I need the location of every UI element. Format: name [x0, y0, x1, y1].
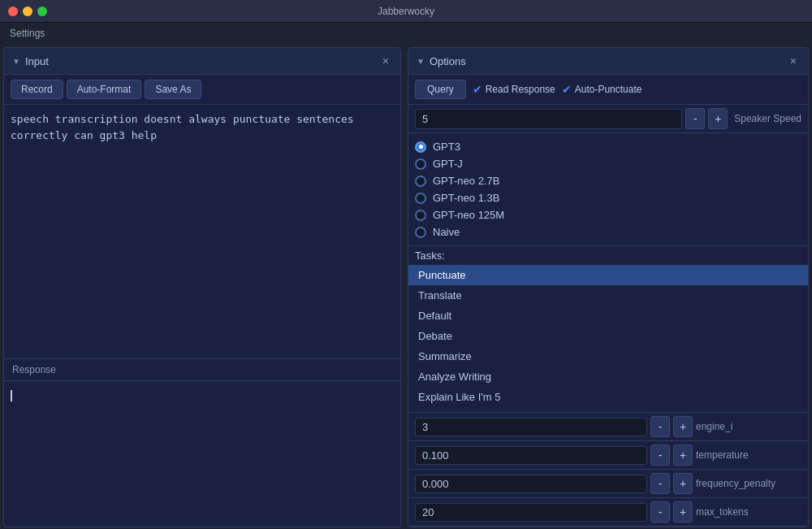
param-increment-3[interactable]: + — [673, 501, 693, 522]
speed-decrement-button[interactable]: - — [685, 108, 705, 129]
task-item-6[interactable]: Explain Like I'm 5 — [408, 387, 808, 407]
input-collapse-icon[interactable]: ▼ — [12, 57, 20, 66]
cursor — [11, 390, 12, 401]
options-panel-title: ▼ Options — [417, 55, 466, 67]
model-radio-circle-5 — [415, 227, 426, 238]
input-text-area-section: speech transcription doesnt always punct… — [4, 105, 400, 358]
model-radio-label-1: GPT-J — [433, 158, 463, 170]
model-radio-item-4[interactable]: GPT-neo 125M — [415, 206, 801, 223]
model-radio-item-2[interactable]: GPT-neo 2.7B — [415, 172, 801, 189]
param-label-2: frequency_penalty — [696, 478, 801, 489]
auto-punctuate-label: Auto-Punctuate — [575, 84, 642, 95]
model-radio-group: GPT3GPT-JGPT-neo 2.7BGPT-neo 1.3BGPT-neo… — [408, 133, 808, 246]
model-radio-label-3: GPT-neo 1.3B — [433, 192, 499, 204]
model-radio-circle-0 — [415, 141, 426, 153]
input-toolbar: Record Auto-Format Save As — [4, 75, 400, 105]
settings-label: Settings — [0, 23, 812, 44]
param-increment-1[interactable]: + — [673, 444, 693, 466]
model-radio-circle-2 — [415, 176, 426, 187]
tasks-list: PunctuateTranslateDefaultDebateSummarize… — [408, 265, 808, 412]
auto-punctuate-checkbox-label[interactable]: ✔ Auto-Punctuate — [562, 83, 642, 96]
auto-punctuate-check-icon: ✔ — [562, 83, 572, 96]
input-panel-close-button[interactable]: × — [379, 53, 392, 69]
autoformat-button[interactable]: Auto-Format — [67, 80, 142, 99]
input-panel-label: Input — [25, 55, 49, 67]
options-panel-header: ▼ Options × — [408, 48, 808, 75]
param-decrement-3[interactable]: - — [650, 501, 670, 522]
app-title: Jabberwocky — [378, 6, 434, 17]
input-panel: ▼ Input × Record Auto-Format Save As spe… — [3, 47, 401, 527]
param-input-1[interactable] — [415, 446, 647, 465]
task-item-4[interactable]: Summarize — [408, 346, 808, 366]
options-collapse-icon[interactable]: ▼ — [417, 57, 425, 66]
task-item-1[interactable]: Translate — [408, 285, 808, 306]
param-input-2[interactable] — [415, 475, 647, 493]
task-item-2[interactable]: Default — [408, 306, 808, 326]
param-increment-0[interactable]: + — [673, 416, 693, 437]
task-item-3[interactable]: Debate — [408, 326, 808, 346]
param-row-1: -+temperature — [408, 441, 808, 470]
response-area — [4, 380, 400, 527]
model-radio-label-2: GPT-neo 2.7B — [433, 175, 499, 187]
task-item-0[interactable]: Punctuate — [408, 265, 808, 285]
read-response-checkbox-label[interactable]: ✔ Read Response — [473, 83, 555, 96]
model-radio-item-0[interactable]: GPT3 — [415, 138, 801, 155]
speaker-speed-label: Speaker Speed — [734, 113, 801, 124]
param-label-0: engine_i — [696, 421, 801, 432]
titlebar: Jabberwocky — [0, 0, 812, 23]
tasks-label: Tasks: — [408, 246, 808, 265]
window-controls — [8, 7, 47, 16]
query-button[interactable]: Query — [415, 80, 466, 99]
read-response-label: Read Response — [486, 84, 555, 95]
input-textarea[interactable]: speech transcription doesnt always punct… — [11, 111, 394, 352]
model-radio-circle-4 — [415, 210, 426, 221]
speed-increment-button[interactable]: + — [708, 108, 728, 129]
options-panel: ▼ Options × Query ✔ Read Response ✔ Auto… — [408, 47, 809, 527]
input-panel-title: ▼ Input — [12, 55, 49, 67]
param-increment-2[interactable]: + — [673, 473, 693, 494]
param-row-0: -+engine_i — [408, 413, 808, 441]
options-panel-label: Options — [430, 55, 466, 67]
model-radio-item-5[interactable]: Naive — [415, 223, 801, 241]
record-button[interactable]: Record — [11, 80, 63, 99]
param-row-3: -+max_tokens — [408, 498, 808, 527]
param-decrement-1[interactable]: - — [650, 444, 670, 466]
options-panel-close-button[interactable]: × — [787, 53, 800, 69]
param-row-2: -+frequency_penalty — [408, 470, 808, 498]
model-radio-label-0: GPT3 — [433, 141, 460, 153]
speed-number-input[interactable] — [415, 109, 682, 129]
response-label: Response — [4, 358, 400, 380]
task-item-5[interactable]: Analyze Writing — [408, 366, 808, 387]
param-decrement-2[interactable]: - — [650, 473, 670, 494]
param-input-3[interactable] — [415, 503, 647, 522]
param-label-3: max_tokens — [696, 506, 801, 518]
model-radio-circle-1 — [415, 158, 426, 170]
input-panel-header: ▼ Input × — [4, 48, 400, 75]
param-label-1: temperature — [696, 449, 801, 461]
model-radio-circle-3 — [415, 193, 426, 204]
param-rows: -+engine_i-+temperature-+frequency_penal… — [408, 412, 808, 527]
model-radio-item-3[interactable]: GPT-neo 1.3B — [415, 189, 801, 206]
model-radio-item-1[interactable]: GPT-J — [415, 155, 801, 172]
maximize-window-button[interactable] — [37, 7, 47, 16]
saveas-button[interactable]: Save As — [145, 80, 201, 99]
options-toolbar: Query ✔ Read Response ✔ Auto-Punctuate — [408, 75, 808, 105]
minimize-window-button[interactable] — [23, 7, 32, 16]
param-decrement-0[interactable]: - — [650, 416, 670, 437]
close-window-button[interactable] — [8, 7, 18, 16]
model-radio-label-4: GPT-neo 125M — [433, 209, 504, 221]
model-radio-label-5: Naive — [433, 226, 460, 238]
speaker-speed-row: - + Speaker Speed — [408, 105, 808, 133]
param-input-0[interactable] — [415, 418, 647, 436]
read-response-check-icon: ✔ — [473, 83, 482, 96]
